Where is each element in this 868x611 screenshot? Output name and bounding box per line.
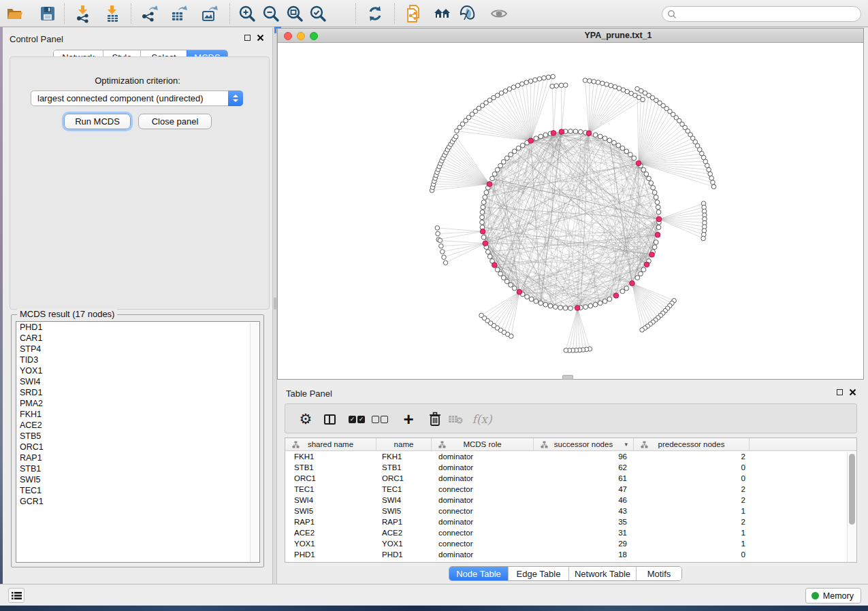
new-network-from-selection-icon[interactable] bbox=[403, 3, 425, 24]
close-panel-button[interactable]: Close panel bbox=[138, 114, 212, 129]
mcds-result-item[interactable]: PHD1 bbox=[16, 322, 259, 333]
select-all-icon[interactable]: ✓✓ bbox=[345, 404, 368, 434]
float-panel-icon[interactable] bbox=[244, 35, 251, 41]
mcds-result-item[interactable]: TID3 bbox=[16, 354, 259, 365]
close-table-panel-icon[interactable] bbox=[849, 389, 856, 396]
mcds-result-item[interactable]: STB5 bbox=[16, 431, 259, 442]
zoom-selected-icon[interactable] bbox=[307, 3, 329, 24]
optimization-criterion-dropdown[interactable]: largest connected component (undirected) bbox=[31, 90, 243, 106]
delete-column-trash-icon[interactable] bbox=[423, 404, 447, 434]
save-session-icon[interactable] bbox=[37, 3, 59, 24]
mcds-result-item[interactable]: SRD1 bbox=[16, 387, 259, 398]
table-row[interactable]: ACE2ACE2connector311 bbox=[285, 527, 848, 538]
horizontal-split-grip[interactable] bbox=[562, 375, 573, 380]
table-scrollbar-thumb[interactable] bbox=[849, 454, 855, 525]
mcds-result-item[interactable]: STB1 bbox=[16, 463, 259, 474]
run-mcds-button[interactable]: Run MCDS bbox=[64, 114, 131, 129]
mcds-result-item[interactable]: RAP1 bbox=[16, 452, 259, 463]
table-scrollbar-track[interactable] bbox=[847, 452, 856, 562]
tab-node-table[interactable]: Node Table bbox=[449, 567, 508, 580]
table-cell: TEC1 bbox=[376, 484, 432, 495]
column-header-mcds-role[interactable]: MCDS role bbox=[432, 438, 534, 450]
table-cell: RAP1 bbox=[376, 516, 432, 527]
toolbar-separator bbox=[131, 3, 131, 24]
table-row[interactable]: ORC1ORC1dominator610 bbox=[285, 473, 848, 484]
table-cell: 18 bbox=[534, 549, 634, 560]
table-cell: dominator bbox=[432, 516, 534, 527]
show-log-list-icon[interactable] bbox=[8, 588, 25, 603]
column-header-successor-nodes[interactable]: successor nodes ▾ bbox=[534, 438, 634, 450]
table-cell: ORC1 bbox=[285, 473, 376, 484]
memory-button[interactable]: Memory bbox=[805, 588, 861, 604]
table-cell: 1 bbox=[634, 538, 750, 549]
table-row[interactable]: PHD1PHD1dominator180 bbox=[285, 549, 848, 560]
control-panel-title: Control Panel bbox=[10, 34, 63, 44]
panel-divider[interactable] bbox=[272, 28, 277, 584]
table-cell: SWI4 bbox=[376, 495, 432, 506]
mcds-result-item[interactable]: FKH1 bbox=[16, 409, 259, 420]
mcds-result-item[interactable]: SWI5 bbox=[16, 474, 259, 485]
table-row[interactable]: YOX1YOX1connector291 bbox=[285, 538, 848, 549]
table-cell: ACE2 bbox=[285, 527, 376, 538]
window-maximize-icon[interactable] bbox=[310, 32, 318, 40]
mcds-result-item[interactable]: TEC1 bbox=[16, 485, 259, 496]
mcds-result-item[interactable]: SWI4 bbox=[16, 376, 259, 387]
settings-gear-icon[interactable]: ⚙ bbox=[294, 404, 317, 434]
column-header-shared-name[interactable]: shared name bbox=[285, 438, 376, 450]
tab-network-table[interactable]: Network Table bbox=[568, 567, 636, 580]
network-canvas[interactable] bbox=[278, 43, 863, 379]
table-cell: PHD1 bbox=[376, 549, 432, 560]
table-row[interactable]: TEC1TEC1connector472 bbox=[285, 484, 848, 495]
table-cell: 31 bbox=[534, 527, 634, 538]
export-image-icon[interactable] bbox=[199, 3, 221, 24]
column-header-name[interactable]: name bbox=[376, 438, 432, 450]
table-row[interactable]: RAP1RAP1dominator352 bbox=[285, 516, 848, 527]
search-field[interactable] bbox=[662, 6, 861, 22]
float-table-panel-icon[interactable] bbox=[837, 389, 843, 395]
table-cell: 2 bbox=[634, 495, 750, 506]
refresh-layout-icon[interactable] bbox=[364, 3, 386, 24]
import-table-icon[interactable] bbox=[101, 3, 123, 24]
tab-edge-table[interactable]: Edge Table bbox=[508, 567, 568, 580]
mcds-result-scrollbar[interactable] bbox=[250, 323, 259, 563]
window-minimize-icon[interactable] bbox=[297, 32, 305, 40]
toggle-panel-split-icon[interactable] bbox=[318, 404, 341, 434]
mcds-result-item[interactable]: YOX1 bbox=[16, 365, 259, 376]
column-header-predecessor-nodes[interactable]: predecessor nodes bbox=[634, 438, 750, 450]
network-window-titlebar[interactable]: YPA_prune.txt_1 bbox=[278, 29, 863, 43]
show-all-home-icon[interactable] bbox=[432, 3, 453, 24]
apply-style-icon[interactable] bbox=[456, 3, 478, 24]
memory-status-icon bbox=[811, 592, 819, 599]
mcds-result-item[interactable]: GCR1 bbox=[16, 496, 259, 507]
optimization-criterion-label: Optimization criterion: bbox=[3, 76, 272, 86]
table-cell: connector bbox=[432, 506, 534, 516]
toolbar-separator bbox=[64, 3, 65, 24]
mcds-result-item[interactable]: ORC1 bbox=[16, 442, 259, 452]
add-column-icon[interactable]: + bbox=[397, 404, 420, 434]
table-row[interactable]: SWI5SWI5connector431 bbox=[285, 506, 848, 516]
table-cell: YOX1 bbox=[376, 538, 432, 549]
divider-grip-icon[interactable] bbox=[274, 297, 276, 310]
search-input[interactable] bbox=[680, 10, 850, 19]
import-network-icon[interactable] bbox=[72, 3, 94, 24]
tab-motifs[interactable]: Motifs bbox=[636, 567, 681, 580]
zoom-in-icon[interactable] bbox=[236, 3, 258, 24]
export-table-icon[interactable] bbox=[168, 3, 190, 24]
deselect-all-icon[interactable] bbox=[368, 404, 391, 434]
show-hide-details-eye-icon[interactable] bbox=[488, 3, 510, 24]
zoom-fit-icon[interactable] bbox=[284, 3, 306, 24]
mcds-result-title: MCDS result (17 nodes) bbox=[17, 309, 117, 319]
table-row[interactable]: STB1STB1dominator620 bbox=[285, 462, 848, 473]
zoom-out-icon[interactable] bbox=[260, 3, 282, 24]
export-network-icon[interactable] bbox=[139, 3, 161, 24]
mcds-result-item[interactable]: CAR1 bbox=[16, 333, 259, 344]
close-panel-icon[interactable] bbox=[257, 34, 264, 42]
mcds-result-item[interactable]: STP4 bbox=[16, 344, 259, 354]
mcds-result-item[interactable]: ACE2 bbox=[16, 420, 259, 431]
table-row[interactable]: FKH1FKH1dominator962 bbox=[285, 451, 848, 462]
window-close-icon[interactable] bbox=[284, 32, 292, 40]
open-file-icon[interactable] bbox=[4, 3, 26, 24]
table-cell: dominator bbox=[432, 473, 534, 484]
table-row[interactable]: SWI4SWI4dominator462 bbox=[285, 495, 848, 506]
mcds-result-item[interactable]: PMA2 bbox=[16, 398, 259, 409]
